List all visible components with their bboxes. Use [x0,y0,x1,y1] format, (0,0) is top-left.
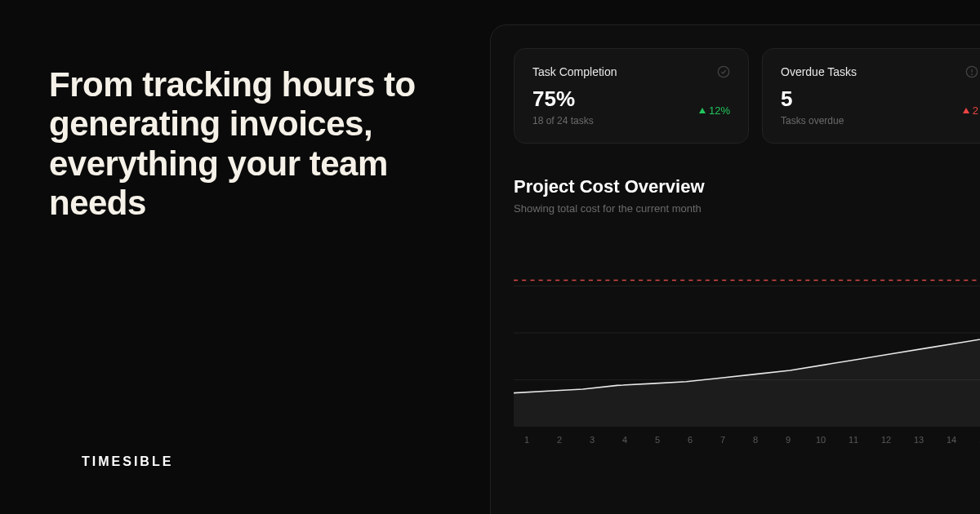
x-tick: 9 [778,435,798,445]
x-tick: 10 [811,435,831,445]
overdue-delta: 2 [963,104,978,117]
x-tick: 13 [909,435,929,445]
arrow-up-icon [963,108,969,113]
overdue-tasks-card[interactable]: Overdue Tasks 5 Tasks overdue 2 [762,48,980,144]
overdue-delta-value: 2 [973,104,978,117]
task-completion-title: Task Completion [532,65,617,78]
x-tick: 11 [844,435,863,445]
chart-section: Project Cost Overview Showing total cost… [514,176,980,451]
x-tick: 8 [746,435,765,445]
overdue-sub: Tasks overdue [781,115,978,126]
x-tick: 2 [550,435,569,445]
brand-logo: TIMESIBLE [82,454,173,469]
x-tick: 14 [942,435,961,445]
x-tick: 3 [582,435,602,445]
x-tick: 15 [974,435,980,445]
task-completion-delta: 12% [699,104,730,117]
stat-cards-row: Task Completion 75% 18 of 24 tasks 12% O… [514,48,980,144]
headline: From tracking hours to generating invoic… [49,65,457,223]
x-tick: 6 [680,435,700,445]
task-completion-delta-value: 12% [709,104,730,117]
chart-title: Project Cost Overview [514,176,980,197]
x-tick: 7 [713,435,733,445]
x-tick: 4 [615,435,635,445]
alert-circle-icon [965,65,978,78]
task-completion-card[interactable]: Task Completion 75% 18 of 24 tasks 12% [514,48,749,144]
check-circle-icon [717,65,730,78]
chart-x-axis: 123456789101112131415 [514,435,980,445]
overdue-title: Overdue Tasks [781,65,857,78]
chart-subtitle: Showing total cost for the current month [514,202,980,215]
svg-point-3 [972,74,973,75]
cost-chart [514,239,980,427]
task-completion-sub: 18 of 24 tasks [532,115,730,126]
x-tick: 1 [517,435,537,445]
arrow-up-icon [699,108,706,113]
chart-area: 123456789101112131415 [514,239,980,451]
dashboard-panel: Task Completion 75% 18 of 24 tasks 12% O… [490,24,980,514]
x-tick: 12 [876,435,896,445]
svg-point-0 [718,66,728,77]
overdue-value: 5 [781,86,978,112]
x-tick: 5 [648,435,667,445]
